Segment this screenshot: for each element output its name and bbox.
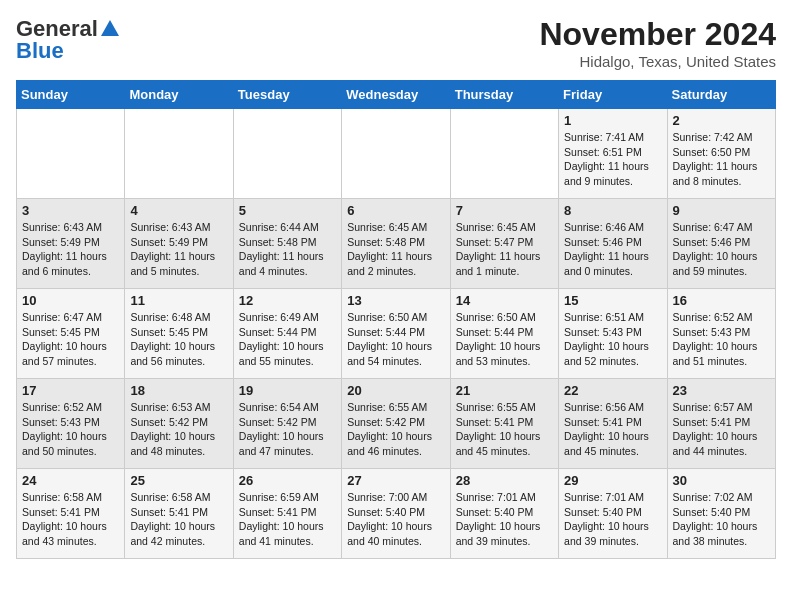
calendar-week-4: 17Sunrise: 6:52 AM Sunset: 5:43 PM Dayli… [17,379,776,469]
calendar-cell: 5Sunrise: 6:44 AM Sunset: 5:48 PM Daylig… [233,199,341,289]
day-info: Sunrise: 6:45 AM Sunset: 5:48 PM Dayligh… [347,220,444,279]
day-info: Sunrise: 6:48 AM Sunset: 5:45 PM Dayligh… [130,310,227,369]
day-number: 24 [22,473,119,488]
header: General Blue November 2024 Hidalgo, Texa… [16,16,776,70]
day-info: Sunrise: 6:45 AM Sunset: 5:47 PM Dayligh… [456,220,553,279]
day-number: 14 [456,293,553,308]
day-number: 17 [22,383,119,398]
calendar-cell: 9Sunrise: 6:47 AM Sunset: 5:46 PM Daylig… [667,199,775,289]
day-info: Sunrise: 7:01 AM Sunset: 5:40 PM Dayligh… [564,490,661,549]
day-info: Sunrise: 6:47 AM Sunset: 5:46 PM Dayligh… [673,220,770,279]
header-day-thursday: Thursday [450,81,558,109]
day-number: 19 [239,383,336,398]
calendar-cell: 25Sunrise: 6:58 AM Sunset: 5:41 PM Dayli… [125,469,233,559]
header-day-wednesday: Wednesday [342,81,450,109]
day-number: 16 [673,293,770,308]
day-info: Sunrise: 6:58 AM Sunset: 5:41 PM Dayligh… [22,490,119,549]
day-info: Sunrise: 6:54 AM Sunset: 5:42 PM Dayligh… [239,400,336,459]
day-number: 28 [456,473,553,488]
day-number: 25 [130,473,227,488]
day-info: Sunrise: 6:43 AM Sunset: 5:49 PM Dayligh… [22,220,119,279]
day-info: Sunrise: 6:46 AM Sunset: 5:46 PM Dayligh… [564,220,661,279]
day-number: 29 [564,473,661,488]
calendar-week-5: 24Sunrise: 6:58 AM Sunset: 5:41 PM Dayli… [17,469,776,559]
calendar-cell [450,109,558,199]
day-info: Sunrise: 7:01 AM Sunset: 5:40 PM Dayligh… [456,490,553,549]
calendar-cell: 19Sunrise: 6:54 AM Sunset: 5:42 PM Dayli… [233,379,341,469]
day-number: 7 [456,203,553,218]
header-day-sunday: Sunday [17,81,125,109]
header-day-monday: Monday [125,81,233,109]
day-info: Sunrise: 7:41 AM Sunset: 6:51 PM Dayligh… [564,130,661,189]
header-day-friday: Friday [559,81,667,109]
day-number: 30 [673,473,770,488]
day-info: Sunrise: 6:55 AM Sunset: 5:41 PM Dayligh… [456,400,553,459]
calendar-week-3: 10Sunrise: 6:47 AM Sunset: 5:45 PM Dayli… [17,289,776,379]
calendar-cell: 17Sunrise: 6:52 AM Sunset: 5:43 PM Dayli… [17,379,125,469]
day-info: Sunrise: 6:50 AM Sunset: 5:44 PM Dayligh… [456,310,553,369]
day-info: Sunrise: 6:44 AM Sunset: 5:48 PM Dayligh… [239,220,336,279]
day-number: 22 [564,383,661,398]
calendar-cell [342,109,450,199]
day-number: 1 [564,113,661,128]
calendar-header-row: SundayMondayTuesdayWednesdayThursdayFrid… [17,81,776,109]
calendar-cell: 21Sunrise: 6:55 AM Sunset: 5:41 PM Dayli… [450,379,558,469]
header-day-tuesday: Tuesday [233,81,341,109]
calendar-cell: 4Sunrise: 6:43 AM Sunset: 5:49 PM Daylig… [125,199,233,289]
day-info: Sunrise: 7:00 AM Sunset: 5:40 PM Dayligh… [347,490,444,549]
day-number: 9 [673,203,770,218]
day-number: 5 [239,203,336,218]
calendar-cell [233,109,341,199]
calendar-cell: 16Sunrise: 6:52 AM Sunset: 5:43 PM Dayli… [667,289,775,379]
calendar-cell: 18Sunrise: 6:53 AM Sunset: 5:42 PM Dayli… [125,379,233,469]
calendar-cell: 13Sunrise: 6:50 AM Sunset: 5:44 PM Dayli… [342,289,450,379]
day-number: 8 [564,203,661,218]
day-info: Sunrise: 6:47 AM Sunset: 5:45 PM Dayligh… [22,310,119,369]
day-info: Sunrise: 6:49 AM Sunset: 5:44 PM Dayligh… [239,310,336,369]
calendar-cell: 1Sunrise: 7:41 AM Sunset: 6:51 PM Daylig… [559,109,667,199]
day-info: Sunrise: 6:55 AM Sunset: 5:42 PM Dayligh… [347,400,444,459]
day-number: 27 [347,473,444,488]
calendar-cell: 12Sunrise: 6:49 AM Sunset: 5:44 PM Dayli… [233,289,341,379]
calendar-week-1: 1Sunrise: 7:41 AM Sunset: 6:51 PM Daylig… [17,109,776,199]
day-info: Sunrise: 6:56 AM Sunset: 5:41 PM Dayligh… [564,400,661,459]
day-number: 12 [239,293,336,308]
calendar-cell: 8Sunrise: 6:46 AM Sunset: 5:46 PM Daylig… [559,199,667,289]
calendar-cell: 29Sunrise: 7:01 AM Sunset: 5:40 PM Dayli… [559,469,667,559]
day-number: 26 [239,473,336,488]
calendar-cell [125,109,233,199]
day-info: Sunrise: 6:53 AM Sunset: 5:42 PM Dayligh… [130,400,227,459]
logo-blue: Blue [16,38,64,64]
calendar-cell [17,109,125,199]
day-info: Sunrise: 6:57 AM Sunset: 5:41 PM Dayligh… [673,400,770,459]
day-number: 10 [22,293,119,308]
day-number: 23 [673,383,770,398]
location: Hidalgo, Texas, United States [539,53,776,70]
header-day-saturday: Saturday [667,81,775,109]
day-info: Sunrise: 6:50 AM Sunset: 5:44 PM Dayligh… [347,310,444,369]
calendar-cell: 14Sunrise: 6:50 AM Sunset: 5:44 PM Dayli… [450,289,558,379]
day-info: Sunrise: 6:51 AM Sunset: 5:43 PM Dayligh… [564,310,661,369]
calendar-cell: 26Sunrise: 6:59 AM Sunset: 5:41 PM Dayli… [233,469,341,559]
day-number: 21 [456,383,553,398]
day-number: 18 [130,383,227,398]
day-info: Sunrise: 7:02 AM Sunset: 5:40 PM Dayligh… [673,490,770,549]
logo: General Blue [16,16,122,64]
day-info: Sunrise: 6:52 AM Sunset: 5:43 PM Dayligh… [673,310,770,369]
day-info: Sunrise: 6:58 AM Sunset: 5:41 PM Dayligh… [130,490,227,549]
day-number: 4 [130,203,227,218]
day-number: 20 [347,383,444,398]
day-info: Sunrise: 6:59 AM Sunset: 5:41 PM Dayligh… [239,490,336,549]
day-info: Sunrise: 6:52 AM Sunset: 5:43 PM Dayligh… [22,400,119,459]
calendar-cell: 30Sunrise: 7:02 AM Sunset: 5:40 PM Dayli… [667,469,775,559]
calendar-cell: 3Sunrise: 6:43 AM Sunset: 5:49 PM Daylig… [17,199,125,289]
calendar-table: SundayMondayTuesdayWednesdayThursdayFrid… [16,80,776,559]
day-number: 3 [22,203,119,218]
calendar-cell: 15Sunrise: 6:51 AM Sunset: 5:43 PM Dayli… [559,289,667,379]
day-number: 6 [347,203,444,218]
calendar-cell: 2Sunrise: 7:42 AM Sunset: 6:50 PM Daylig… [667,109,775,199]
month-title: November 2024 [539,16,776,53]
calendar-week-2: 3Sunrise: 6:43 AM Sunset: 5:49 PM Daylig… [17,199,776,289]
calendar-cell: 7Sunrise: 6:45 AM Sunset: 5:47 PM Daylig… [450,199,558,289]
day-number: 11 [130,293,227,308]
